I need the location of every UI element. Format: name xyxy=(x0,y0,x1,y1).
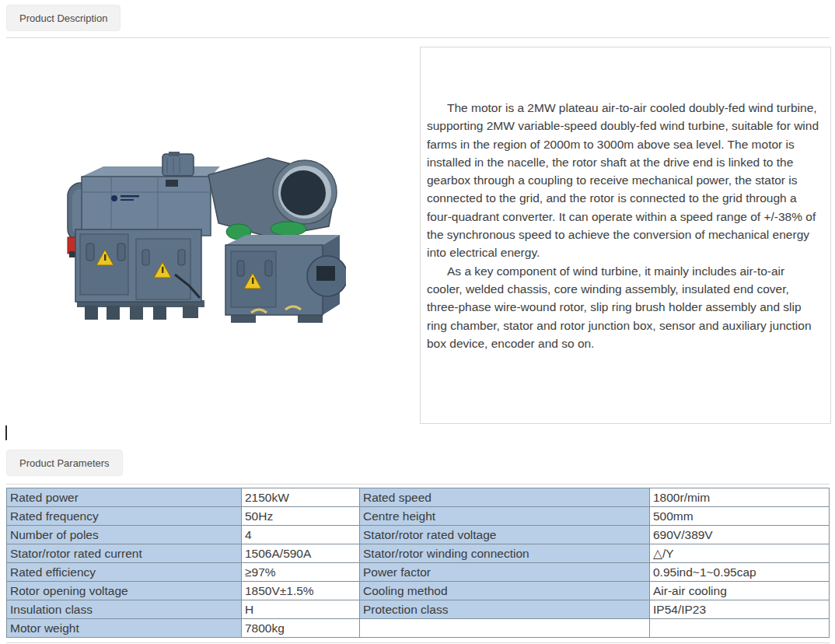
param-value: H xyxy=(242,600,360,619)
param-value: Air-air cooling xyxy=(650,582,830,600)
machine-generator-box xyxy=(225,235,346,315)
parameters-table: Rated power 2150kW Rated speed 1800r/mim… xyxy=(6,488,830,638)
table-row: Rated power 2150kW Rated speed 1800r/mim xyxy=(7,488,830,507)
param-value: 690V/389V xyxy=(650,526,830,544)
param-value: 500mm xyxy=(650,507,830,526)
table-row: Number of poles 4 Stator/rotor rated vol… xyxy=(7,526,830,544)
tab-product-parameters-label: Product Parameters xyxy=(19,457,110,469)
param-value: 2150kW xyxy=(242,488,360,507)
table-row: Motor weight 7800kg xyxy=(7,619,830,638)
machine-top-motor xyxy=(162,152,194,176)
param-label: Power factor xyxy=(360,563,650,582)
text-cursor xyxy=(5,425,7,440)
table-row: Rated efficiency ≥97% Power factor 0.95i… xyxy=(7,563,830,582)
param-label: Stator/rotor winding connection xyxy=(360,544,650,563)
param-label: Rated power xyxy=(7,488,242,507)
param-label-empty xyxy=(360,619,650,638)
param-value: 7800kg xyxy=(242,619,360,638)
param-label: Stator/rotor rated current xyxy=(7,544,242,563)
param-value: IP54/IP23 xyxy=(650,600,830,619)
divider-top xyxy=(6,37,830,38)
machine-stator-housing xyxy=(75,229,201,302)
param-label: Motor weight xyxy=(7,619,242,638)
param-label: Rated speed xyxy=(360,488,650,507)
tab-product-parameters[interactable]: Product Parameters xyxy=(6,450,123,476)
param-label: Cooling method xyxy=(360,582,650,600)
product-description-panel: The motor is a 2MW plateau air-to-air co… xyxy=(420,47,831,424)
param-value-empty xyxy=(650,619,830,638)
param-value: △/Y xyxy=(650,544,830,563)
param-value: 1800r/mim xyxy=(650,488,830,507)
param-value: 1506A/590A xyxy=(242,544,360,563)
tab-product-description[interactable]: Product Description xyxy=(6,5,121,31)
param-label: Rated frequency xyxy=(7,507,242,526)
param-value: ≥97% xyxy=(242,563,360,582)
param-label: Centre height xyxy=(360,507,650,526)
param-value: 0.95ind~1~0.95cap xyxy=(650,563,830,582)
param-label: Insulation class xyxy=(7,600,242,619)
param-label: Stator/rotor rated voltage xyxy=(360,526,650,544)
divider-mid xyxy=(6,484,830,485)
description-paragraph-2: As a key component of wind turbine, it m… xyxy=(427,262,819,352)
param-value: 4 xyxy=(242,526,360,544)
param-label: Number of poles xyxy=(7,526,242,544)
param-value: 50Hz xyxy=(242,507,360,526)
tab-product-description-label: Product Description xyxy=(19,12,107,24)
param-label: Rotor opening voltage xyxy=(7,582,242,600)
param-label: Protection class xyxy=(360,600,650,619)
machine-cooler-housing xyxy=(82,166,220,236)
product-photo xyxy=(66,152,346,327)
table-row: Insulation class H Protection class IP54… xyxy=(7,600,830,619)
param-value: 1850V±1.5% xyxy=(242,582,360,600)
table-row: Rated frequency 50Hz Centre height 500mm xyxy=(7,507,830,526)
table-row: Rotor opening voltage 1850V±1.5% Cooling… xyxy=(7,582,830,600)
param-label: Rated efficiency xyxy=(7,563,242,582)
table-row: Stator/rotor rated current 1506A/590A St… xyxy=(7,544,830,563)
description-paragraph-1: The motor is a 2MW plateau air-to-air co… xyxy=(427,99,819,262)
divider-bottom xyxy=(6,642,830,643)
